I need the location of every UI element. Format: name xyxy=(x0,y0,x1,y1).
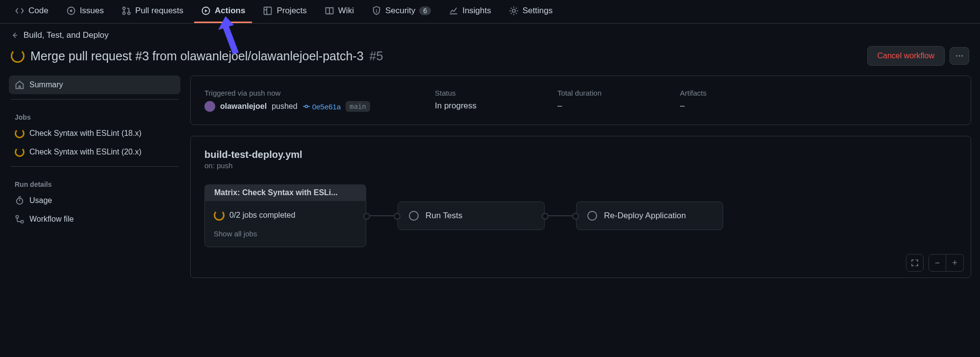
nav-insights-label: Insights xyxy=(462,6,491,16)
issue-icon xyxy=(66,6,76,16)
commit-icon xyxy=(302,102,310,110)
matrix-title: Matrix: Check Syntax with ESLi... xyxy=(204,184,366,201)
spinner-icon xyxy=(15,128,25,138)
svg-point-11 xyxy=(512,9,515,12)
run-title: Merge pull request #3 from olawanlejoel/… xyxy=(30,49,364,63)
sidebar-usage[interactable]: Usage xyxy=(9,191,180,210)
security-count: 6 xyxy=(419,6,431,15)
fullscreen-button[interactable] xyxy=(906,254,924,272)
spinner-icon xyxy=(214,210,225,221)
svg-point-14 xyxy=(959,55,960,57)
project-icon xyxy=(263,6,273,16)
nav-settings-label: Settings xyxy=(523,6,553,16)
sidebar-workflow-file-label: Workflow file xyxy=(29,215,74,224)
nav-pulls-label: Pull requests xyxy=(135,6,183,16)
nav-issues-label: Issues xyxy=(80,6,104,16)
nav-actions[interactable]: Actions xyxy=(194,0,252,23)
gear-icon xyxy=(509,6,519,16)
nav-code[interactable]: Code xyxy=(8,0,55,23)
sidebar-summary[interactable]: Summary xyxy=(9,76,180,94)
trigger-label: Triggered via push now xyxy=(204,89,391,97)
back-arrow-icon[interactable] xyxy=(11,31,19,39)
svg-point-15 xyxy=(961,55,963,57)
nav-settings[interactable]: Settings xyxy=(502,0,559,23)
stage-label: Run Tests xyxy=(426,211,462,221)
sidebar-job-1[interactable]: Check Syntax with ESLint (20.x) xyxy=(9,143,180,161)
sidebar-job-0[interactable]: Check Syntax with ESLint (18.x) xyxy=(9,124,180,143)
graph-edge xyxy=(545,215,576,216)
kebab-icon xyxy=(955,51,964,60)
stopwatch-icon xyxy=(15,196,25,205)
sidebar-workflow-file[interactable]: Workflow file xyxy=(9,210,180,229)
nav-security[interactable]: Security 6 xyxy=(365,0,438,23)
nav-insights[interactable]: Insights xyxy=(442,0,498,23)
spinner-icon xyxy=(11,49,25,63)
nav-projects[interactable]: Projects xyxy=(256,0,313,23)
play-icon xyxy=(201,6,211,16)
workflow-trigger: on: push xyxy=(204,161,957,170)
cancel-workflow-button[interactable]: Cancel workflow xyxy=(867,46,945,66)
home-icon xyxy=(15,80,25,90)
nav-pulls[interactable]: Pull requests xyxy=(115,0,190,23)
nav-security-label: Security xyxy=(385,6,415,16)
run-details-heading: Run details xyxy=(9,172,180,191)
svg-point-2 xyxy=(123,7,125,10)
sidebar: Summary Jobs Check Syntax with ESLint (1… xyxy=(9,76,180,278)
status-value: In progress xyxy=(435,101,513,111)
sidebar-job-label: Check Syntax with ESLint (20.x) xyxy=(29,148,142,156)
summary-card: Triggered via push now olawanlejoel push… xyxy=(190,76,971,125)
nav-wiki-label: Wiki xyxy=(338,6,354,16)
svg-rect-10 xyxy=(376,11,377,13)
git-pull-icon xyxy=(122,6,131,16)
matrix-progress: 0/2 jobs completed xyxy=(229,211,295,220)
user-link[interactable]: olawanlejoel xyxy=(220,102,267,111)
nav-wiki[interactable]: Wiki xyxy=(318,0,361,23)
svg-rect-20 xyxy=(21,221,24,223)
svg-rect-6 xyxy=(264,7,272,15)
stage-label: Re-Deploy Application xyxy=(604,211,686,221)
stage-redeploy[interactable]: Re-Deploy Application xyxy=(576,202,723,230)
breadcrumb-row: Build, Test, and Deploy xyxy=(0,24,980,42)
svg-point-13 xyxy=(956,55,957,57)
breadcrumb-workflow[interactable]: Build, Test, and Deploy xyxy=(24,30,109,40)
svg-point-3 xyxy=(123,12,125,15)
book-icon xyxy=(325,6,334,16)
commit-link[interactable]: 0e5e61a xyxy=(302,102,341,111)
graph-icon xyxy=(449,6,458,16)
sidebar-usage-label: Usage xyxy=(29,196,52,205)
nav-code-label: Code xyxy=(28,6,49,16)
sidebar-job-label: Check Syntax with ESLint (18.x) xyxy=(29,129,142,138)
pending-icon xyxy=(409,211,419,221)
repo-nav: Code Issues Pull requests Actions Projec… xyxy=(0,0,980,24)
svg-point-4 xyxy=(127,12,130,15)
svg-point-1 xyxy=(70,10,72,12)
duration-label: Total duration xyxy=(557,89,636,97)
nav-actions-label: Actions xyxy=(215,6,245,16)
shield-icon xyxy=(372,6,381,16)
svg-rect-19 xyxy=(16,216,19,218)
workflow-graph: build-test-deploy.yml on: push Matrix: C… xyxy=(190,136,971,278)
jobs-heading: Jobs xyxy=(9,104,180,124)
artifacts-label: Artifacts xyxy=(680,89,758,97)
title-row: Merge pull request #3 from olawanlejoel/… xyxy=(0,42,980,76)
fullscreen-icon xyxy=(911,259,919,267)
matrix-job[interactable]: Matrix: Check Syntax with ESLi... 0/2 jo… xyxy=(204,184,366,247)
svg-point-9 xyxy=(376,9,377,10)
workflow-file-name: build-test-deploy.yml xyxy=(204,149,957,160)
svg-point-21 xyxy=(305,105,307,108)
spinner-icon xyxy=(15,147,25,157)
avatar[interactable] xyxy=(204,101,215,112)
zoom-out-button[interactable]: − xyxy=(929,254,946,272)
pending-icon xyxy=(587,211,597,221)
nav-issues[interactable]: Issues xyxy=(59,0,111,23)
sidebar-summary-label: Summary xyxy=(29,80,63,89)
zoom-in-button[interactable]: + xyxy=(946,254,964,272)
workflow-icon xyxy=(15,214,25,224)
branch-chip[interactable]: main xyxy=(346,101,370,112)
kebab-menu-button[interactable] xyxy=(950,47,969,65)
status-label: Status xyxy=(435,89,513,97)
run-number: #5 xyxy=(370,49,383,63)
stage-run-tests[interactable]: Run Tests xyxy=(398,202,545,230)
code-icon xyxy=(15,6,25,16)
show-all-jobs[interactable]: Show all jobs xyxy=(214,230,357,238)
